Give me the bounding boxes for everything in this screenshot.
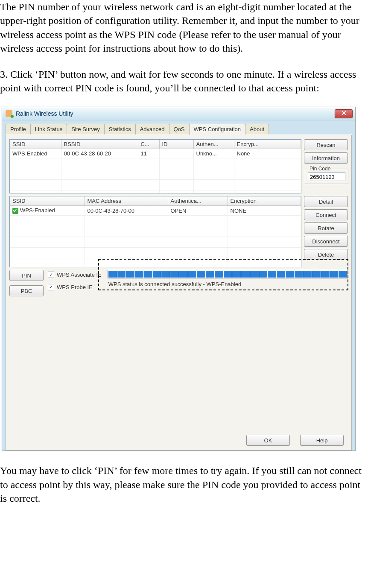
wps-probe-ie-checkbox[interactable]: WPS Probe IE — [48, 284, 102, 290]
ok-button[interactable]: OK — [246, 435, 290, 446]
table-row — [10, 169, 301, 180]
connected-icon — [12, 208, 18, 214]
cell-mac: 00-0C-43-28-70-00 — [85, 206, 168, 216]
close-icon — [342, 111, 346, 117]
tab-about[interactable]: About — [245, 124, 269, 135]
disconnect-button[interactable]: Disconnect — [304, 236, 348, 247]
table-row — [10, 247, 301, 258]
tab-advanced[interactable]: Advanced — [135, 124, 169, 135]
tab-qos[interactable]: QoS — [169, 124, 190, 135]
wps-associate-ie-checkbox[interactable]: WPS Associate IE — [48, 272, 102, 278]
checkbox-label: WPS Associate IE — [57, 272, 102, 278]
cell-id — [159, 149, 193, 158]
table-row[interactable]: WPS-Enabled 00-0C-43-28-70-00 OPEN NONE — [10, 206, 301, 216]
titlebar: Ralink Wireless Utility — [2, 107, 355, 120]
app-icon — [6, 110, 12, 117]
pbc-button[interactable]: PBC — [9, 285, 44, 296]
information-button[interactable]: Information — [304, 152, 348, 164]
checkbox-icon — [48, 272, 54, 278]
col-id[interactable]: ID — [159, 140, 193, 149]
col-mac[interactable]: MAC Address — [85, 196, 168, 206]
pin-code-label: Pin Code — [308, 166, 332, 172]
cell-auth: Unkno... — [193, 149, 234, 158]
col-enc[interactable]: Encryp... — [234, 140, 301, 149]
table-row — [10, 226, 301, 237]
table-row — [10, 158, 301, 169]
checkbox-label: WPS Probe IE — [57, 284, 93, 290]
wps-progress-bar — [108, 270, 348, 278]
col-channel[interactable]: C... — [138, 140, 159, 149]
table-row — [10, 215, 301, 226]
col-enc[interactable]: Encryption — [228, 196, 301, 206]
doc-paragraph: 3. Click ‘PIN’ button now, and wait for … — [0, 67, 363, 95]
col-bssid[interactable]: BSSID — [61, 140, 138, 149]
tab-link-status[interactable]: Link Status — [30, 124, 67, 135]
rescan-button[interactable]: Rescan — [304, 139, 348, 150]
cell-ssid: WPS-Enabled — [10, 149, 61, 158]
cell-ssid: WPS-Enabled — [10, 206, 85, 216]
col-ssid[interactable]: SSID — [10, 140, 61, 149]
wps-profile-list[interactable]: SSID MAC Address Authentica... Encryptio… — [9, 196, 301, 267]
cell-enc: None — [234, 149, 301, 158]
tab-statistics[interactable]: Statistics — [104, 124, 136, 135]
pin-code-group: Pin Code — [305, 166, 348, 184]
doc-paragraph: You may have to click ‘PIN’ for few more… — [0, 464, 363, 505]
wps-ap-list[interactable]: SSID BSSID C... ID Authen... Encryp... W… — [9, 139, 301, 193]
delete-button[interactable]: Delete — [304, 249, 348, 260]
table-row[interactable]: WPS-Enabled 00-0C-43-28-60-20 11 Unkno..… — [10, 149, 301, 158]
col-ssid[interactable]: SSID — [10, 196, 85, 206]
table-row — [10, 180, 301, 190]
cell-bssid: 00-0C-43-28-60-20 — [61, 149, 138, 158]
table-row — [10, 190, 301, 194]
table-row — [10, 237, 301, 247]
tab-profile[interactable]: Profile — [6, 124, 31, 135]
app-window: Ralink Wireless Utility Profile Link Sta… — [2, 107, 356, 451]
tab-bar: Profile Link Status Site Survey Statisti… — [6, 124, 352, 135]
close-button[interactable] — [335, 109, 353, 118]
connect-button[interactable]: Connect — [304, 209, 348, 220]
doc-paragraph: The PIN number of your wireless network … — [0, 0, 363, 56]
tab-site-survey[interactable]: Site Survey — [67, 124, 104, 135]
table-row — [10, 258, 301, 267]
col-auth[interactable]: Authentica... — [168, 196, 228, 206]
tab-panel: SSID BSSID C... ID Authen... Encryp... W… — [6, 135, 352, 451]
cell-enc: NONE — [228, 206, 301, 216]
window-title: Ralink Wireless Utility — [16, 110, 73, 117]
rotate-button[interactable]: Rotate — [304, 222, 348, 234]
detail-button[interactable]: Detail — [304, 196, 348, 207]
pin-button[interactable]: PIN — [9, 270, 44, 281]
help-button[interactable]: Help — [300, 435, 344, 446]
tab-wps-configuration[interactable]: WPS Configuration — [189, 124, 246, 135]
cell-auth: OPEN — [168, 206, 228, 216]
pin-code-field[interactable] — [308, 173, 345, 181]
cell-channel: 11 — [138, 149, 159, 158]
wps-status-text: WPS status is connected successfully - W… — [108, 281, 348, 287]
checkbox-icon — [48, 284, 54, 290]
col-auth[interactable]: Authen... — [193, 140, 234, 149]
